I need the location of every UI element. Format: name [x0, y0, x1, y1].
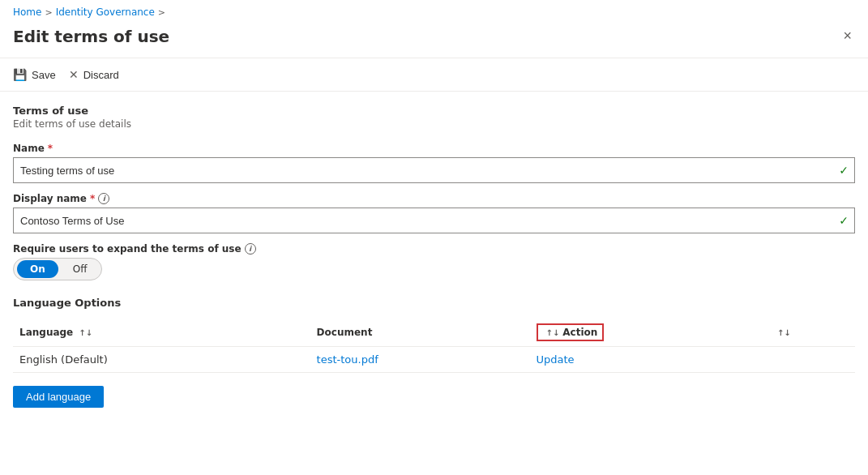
action-highlight-box: ↑↓ Action: [537, 323, 605, 341]
name-field-wrapper: ✓: [13, 157, 855, 183]
name-label: Name *: [13, 143, 855, 154]
save-label: Save: [32, 69, 56, 81]
action-sort-icon[interactable]: ↑↓: [546, 328, 560, 337]
toolbar: 💾 Save ✕ Discard: [0, 58, 868, 92]
breadcrumb: Home > Identity Governance >: [0, 0, 868, 21]
cell-action: Update: [530, 347, 768, 373]
name-check-icon: ✓: [839, 164, 849, 177]
close-button[interactable]: ×: [840, 24, 855, 48]
toggle-row: On Off: [13, 258, 855, 280]
content-area: Terms of use Edit terms of use details N…: [0, 92, 868, 421]
cell-document: test-tou.pdf: [310, 347, 530, 373]
section-subtitle: Edit terms of use details: [13, 118, 855, 130]
name-input[interactable]: [13, 157, 855, 183]
discard-label: Discard: [83, 69, 119, 81]
update-action-link[interactable]: Update: [537, 353, 575, 366]
page-title: Edit terms of use: [13, 27, 169, 46]
expand-label: Require users to expand the terms of use…: [13, 243, 855, 255]
display-name-input[interactable]: [13, 208, 855, 233]
language-section-title: Language Options: [13, 297, 855, 309]
col-document: Document: [310, 319, 530, 347]
table-header-row: Language ↑↓ Document ↑↓ Action: [13, 319, 855, 347]
toggle-off-option[interactable]: Off: [60, 260, 100, 278]
col-action: ↑↓ Action: [530, 319, 768, 347]
col-language: Language ↑↓: [13, 319, 310, 347]
add-language-button[interactable]: Add language: [13, 386, 104, 408]
language-sort-icon[interactable]: ↑↓: [79, 328, 92, 337]
document-link[interactable]: test-tou.pdf: [317, 353, 378, 366]
breadcrumb-sep2: >: [158, 7, 165, 18]
col-extra: ↑↓: [768, 319, 855, 347]
expand-info-icon[interactable]: i: [245, 243, 256, 255]
breadcrumb-sep1: >: [45, 7, 52, 18]
toggle-control[interactable]: On Off: [13, 258, 102, 280]
cell-extra: [768, 347, 855, 373]
display-name-check-icon: ✓: [839, 214, 849, 227]
discard-button[interactable]: ✕ Discard: [69, 65, 119, 84]
display-name-required: *: [90, 193, 95, 204]
language-table: Language ↑↓ Document ↑↓ Action: [13, 319, 855, 373]
extra-sort-icon[interactable]: ↑↓: [777, 328, 791, 337]
discard-icon: ✕: [69, 68, 79, 81]
toggle-on-option[interactable]: On: [17, 260, 58, 278]
breadcrumb-home[interactable]: Home: [13, 6, 41, 18]
name-required: *: [48, 143, 53, 154]
breadcrumb-governance[interactable]: Identity Governance: [56, 6, 155, 18]
table-row: English (Default) test-tou.pdf Update: [13, 347, 855, 373]
save-icon: 💾: [13, 68, 27, 81]
section-title: Terms of use: [13, 105, 855, 117]
display-name-field-wrapper: ✓: [13, 208, 855, 233]
save-button[interactable]: 💾 Save: [13, 65, 56, 84]
display-name-info-icon[interactable]: i: [98, 193, 109, 204]
page-header: Edit terms of use ×: [0, 21, 868, 58]
display-name-label: Display name * i: [13, 193, 855, 204]
cell-language: English (Default): [13, 347, 310, 373]
